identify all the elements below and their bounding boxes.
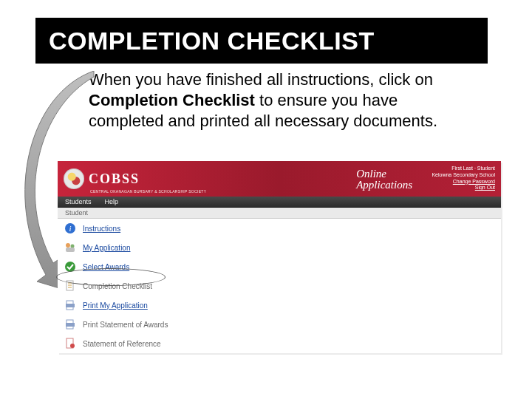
sidebar-item-label: My Application [83,244,130,252]
app-menu-bar: Students Help [58,197,501,208]
logo-swirl-icon [64,168,84,189]
info-icon: i [64,222,77,234]
sidebar-item-select-awards[interactable]: Select Awards [58,257,228,276]
app-logo: COBSS [64,168,140,189]
print-icon [64,299,77,311]
app-sidebar: i Instructions My Application Select Awa… [58,219,228,353]
user-school-line: Kelowna Secondary School [432,172,495,179]
logo-text: COBSS [89,171,140,187]
svg-point-15 [70,344,75,348]
people-icon [64,242,77,253]
svg-point-2 [66,243,70,248]
banner-title-line2: Applications [356,180,412,191]
sidebar-item-label: Statement of Reference [83,340,161,348]
change-password-link[interactable]: Change Password [432,179,495,185]
menu-students[interactable]: Students [65,198,92,205]
sidebar-item-statement-reference[interactable]: Statement of Reference [58,334,228,353]
sidebar-item-label: Print Statement of Awards [83,321,168,329]
slide-title: COMPLETION CHECKLIST [49,27,375,55]
svg-point-3 [71,245,75,248]
sidebar-item-label: Completion Checklist [83,282,152,290]
reference-icon [64,338,77,349]
svg-rect-4 [66,248,75,252]
sidebar-item-label: Instructions [83,225,120,233]
sidebar-item-instructions[interactable]: i Instructions [58,219,228,238]
app-submenu: Student [58,208,501,219]
banner-title-line1: Online [356,168,412,180]
app-banner: COBSS CENTRAL OKANAGAN BURSARY & SCHOLAR… [58,161,501,197]
sidebar-item-label: Select Awards [83,263,129,271]
svg-rect-13 [66,323,75,327]
logo-subtitle: CENTRAL OKANAGAN BURSARY & SCHOLARSHIP S… [90,189,206,194]
document-icon [64,280,77,292]
slide-body-text: When you have finished all instructions,… [89,69,473,132]
app-screenshot: COBSS CENTRAL OKANAGAN BURSARY & SCHOLAR… [58,161,501,353]
banner-user-block: First Last · Student Kelowna Secondary S… [432,166,495,191]
sidebar-item-print-my-application[interactable]: Print My Application [58,296,228,315]
banner-title: Online Applications [356,168,412,191]
sign-out-link[interactable]: Sign Out [432,185,495,191]
sidebar-item-label: Print My Application [83,301,148,310]
svg-point-5 [65,262,75,272]
user-name-line: First Last · Student [432,166,495,172]
body-pre: When you have finished all instructions,… [89,70,433,89]
check-icon [64,261,77,273]
svg-rect-11 [66,304,75,307]
sidebar-item-completion-checklist[interactable]: Completion Checklist [58,276,228,296]
slide-title-bar: COMPLETION CHECKLIST [35,18,488,64]
body-bold: Completion Checklist [89,91,255,109]
sidebar-item-print-statement-awards[interactable]: Print Statement of Awards [58,315,228,334]
sidebar-item-my-application[interactable]: My Application [58,238,228,257]
menu-help[interactable]: Help [105,198,119,205]
print-icon [64,318,77,330]
svg-text:i: i [69,224,71,233]
